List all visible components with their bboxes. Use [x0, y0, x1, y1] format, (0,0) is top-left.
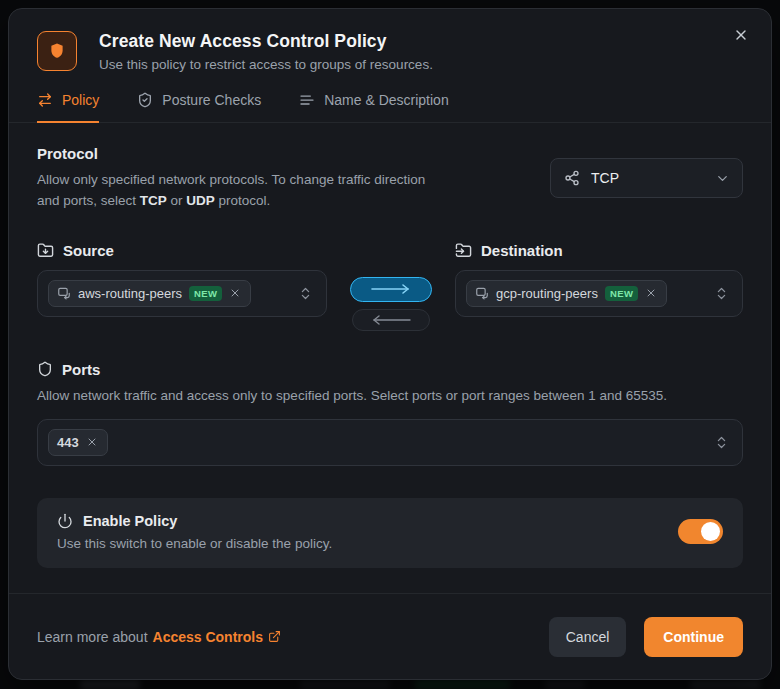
destination-select[interactable]: gcp-routing-peers NEW — [455, 270, 743, 317]
new-badge: NEW — [189, 286, 222, 301]
tab-policy[interactable]: Policy — [37, 92, 99, 123]
background-content-blur — [300, 680, 390, 689]
protocol-selected-value: TCP — [591, 170, 619, 186]
create-policy-modal: Create New Access Control Policy Use thi… — [8, 8, 772, 680]
modal-tabs: Policy Posture Checks Name & Description — [9, 92, 771, 123]
arrow-left-icon — [368, 314, 414, 326]
source-tag: aws-routing-peers NEW — [48, 280, 251, 307]
direction-left-button[interactable] — [352, 309, 430, 331]
tab-posture-checks[interactable]: Posture Checks — [137, 92, 261, 123]
folder-input-icon — [455, 242, 472, 259]
enable-policy-description: Use this switch to enable or disable the… — [57, 536, 332, 551]
continue-button[interactable]: Continue — [644, 617, 743, 657]
ports-description: Allow network traffic and access only to… — [37, 386, 743, 407]
ports-select[interactable]: 443 — [37, 419, 743, 466]
remove-source-tag-icon[interactable] — [229, 287, 241, 299]
shield-outline-icon — [37, 361, 53, 377]
learn-more-text: Learn more about Access Controls — [37, 629, 281, 645]
direction-right-button[interactable] — [350, 277, 432, 302]
tab-name-description-label: Name & Description — [324, 92, 449, 108]
remove-port-tag-icon[interactable] — [86, 436, 98, 448]
tab-policy-label: Policy — [62, 92, 99, 108]
network-share-icon — [564, 170, 580, 186]
source-tag-label: aws-routing-peers — [78, 286, 182, 301]
background-content-blur — [80, 680, 140, 689]
modal-subtitle: Use this policy to restrict access to gr… — [99, 57, 433, 72]
ports-section: Ports Allow network traffic and access o… — [37, 361, 743, 466]
enable-policy-card: Enable Policy Use this switch to enable … — [37, 498, 743, 568]
arrow-right-icon — [368, 283, 414, 295]
tab-posture-checks-label: Posture Checks — [162, 92, 261, 108]
power-icon — [57, 513, 73, 529]
shield-check-icon — [137, 92, 153, 108]
protocol-select[interactable]: TCP — [550, 158, 743, 198]
swap-arrows-icon — [37, 92, 53, 108]
source-section: Source aws-routing-peers NEW — [37, 242, 327, 331]
modal-title: Create New Access Control Policy — [99, 31, 433, 52]
background-content-blur — [690, 680, 760, 689]
modal-body: Protocol Allow only specified network pr… — [9, 123, 771, 593]
chevrons-up-down-icon — [714, 286, 729, 301]
cancel-button[interactable]: Cancel — [549, 617, 627, 657]
source-select[interactable]: aws-routing-peers NEW — [37, 270, 327, 317]
protocol-section: Protocol Allow only specified network pr… — [37, 145, 743, 212]
close-icon[interactable] — [728, 22, 754, 48]
enable-policy-toggle[interactable] — [678, 519, 723, 544]
source-heading: Source — [63, 242, 114, 259]
chevron-down-icon — [715, 171, 730, 186]
chevrons-up-down-icon — [714, 435, 729, 450]
destination-tag-label: gcp-routing-peers — [496, 286, 598, 301]
new-badge: NEW — [605, 286, 638, 301]
text-lines-icon — [299, 92, 315, 108]
ports-heading: Ports — [62, 361, 100, 378]
modal-footer: Learn more about Access Controls Cancel … — [9, 593, 771, 679]
background-content-blur — [545, 680, 585, 689]
folder-down-icon — [37, 242, 54, 259]
tab-name-description[interactable]: Name & Description — [299, 92, 449, 123]
peer-group-icon — [475, 286, 489, 300]
peer-group-icon — [57, 286, 71, 300]
destination-heading: Destination — [481, 242, 563, 259]
background-content-blur — [415, 680, 510, 689]
modal-header: Create New Access Control Policy Use thi… — [9, 9, 771, 72]
external-link-icon — [268, 630, 281, 643]
protocol-heading: Protocol — [37, 145, 449, 162]
port-tag: 443 — [48, 429, 108, 456]
chevrons-up-down-icon — [298, 286, 313, 301]
access-controls-link[interactable]: Access Controls — [153, 629, 281, 645]
port-tag-label: 443 — [57, 435, 79, 450]
destination-tag: gcp-routing-peers NEW — [466, 280, 667, 307]
toggle-knob — [701, 522, 720, 541]
remove-destination-tag-icon[interactable] — [645, 287, 657, 299]
policy-shield-icon — [37, 31, 77, 71]
destination-section: Destination gcp-routing-peers NEW — [455, 242, 743, 331]
groups-row: Source aws-routing-peers NEW — [37, 242, 743, 331]
enable-policy-title: Enable Policy — [83, 513, 177, 529]
protocol-description: Allow only specified network protocols. … — [37, 170, 449, 212]
traffic-direction — [327, 242, 455, 331]
